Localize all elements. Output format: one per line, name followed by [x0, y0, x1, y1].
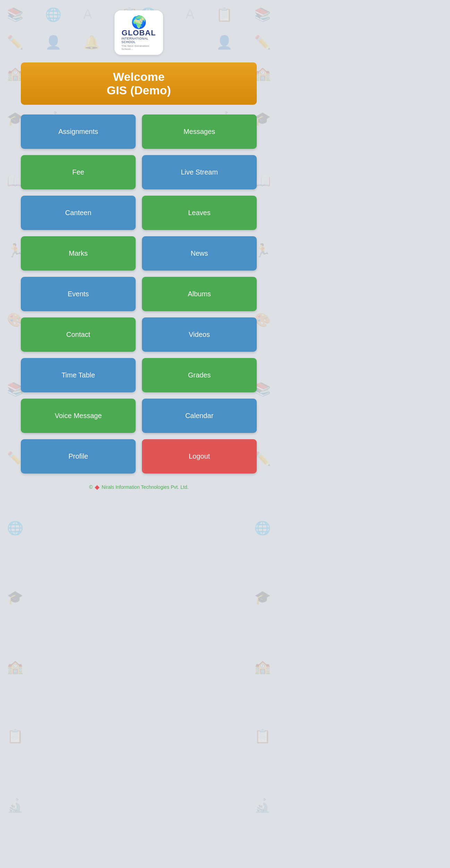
menu-btn-live-stream[interactable]: Live Stream: [142, 155, 257, 189]
menu-btn-logout[interactable]: Logout: [142, 439, 257, 474]
menu-btn-videos[interactable]: Videos: [142, 317, 257, 352]
main-content: 🌍 GLOBAL INTERNATIONAL SCHOOL The Next G…: [0, 0, 278, 498]
menu-btn-contact[interactable]: Contact: [21, 317, 136, 352]
menu-btn-messages[interactable]: Messages: [142, 114, 257, 149]
logo-tagline: The Next Generation School...: [121, 44, 156, 51]
copyright-symbol: ©: [89, 484, 93, 490]
menu-btn-profile[interactable]: Profile: [21, 439, 136, 474]
welcome-banner: Welcome GIS (Demo): [21, 62, 257, 105]
nirals-diamond-icon: ◆: [95, 483, 100, 491]
logo-subtitle: INTERNATIONAL SCHOOL: [121, 37, 156, 44]
menu-btn-voice-message[interactable]: Voice Message: [21, 399, 136, 433]
welcome-line2: GIS (Demo): [24, 84, 253, 97]
menu-btn-time-table[interactable]: Time Table: [21, 358, 136, 392]
logo-container: 🌍 GLOBAL INTERNATIONAL SCHOOL The Next G…: [114, 10, 163, 55]
menu-btn-events[interactable]: Events: [21, 277, 136, 311]
company-name: Nirals Information Technologies Pvt. Ltd…: [102, 484, 188, 490]
menu-btn-albums[interactable]: Albums: [142, 277, 257, 311]
menu-btn-assignments[interactable]: Assignments: [21, 114, 136, 149]
menu-btn-marks[interactable]: Marks: [21, 236, 136, 271]
logo-globe-icon: 🌍: [131, 16, 147, 28]
menu-btn-leaves[interactable]: Leaves: [142, 196, 257, 230]
menu-btn-fee[interactable]: Fee: [21, 155, 136, 189]
menu-grid: AssignmentsMessagesFeeLive StreamCanteen…: [21, 114, 257, 474]
menu-btn-canteen[interactable]: Canteen: [21, 196, 136, 230]
welcome-line1: Welcome: [24, 70, 253, 84]
menu-btn-news[interactable]: News: [142, 236, 257, 271]
menu-btn-calendar[interactable]: Calendar: [142, 399, 257, 433]
logo-name: GLOBAL: [122, 29, 156, 37]
footer: © ◆ Nirals Information Technologies Pvt.…: [89, 483, 189, 491]
menu-btn-grades[interactable]: Grades: [142, 358, 257, 392]
